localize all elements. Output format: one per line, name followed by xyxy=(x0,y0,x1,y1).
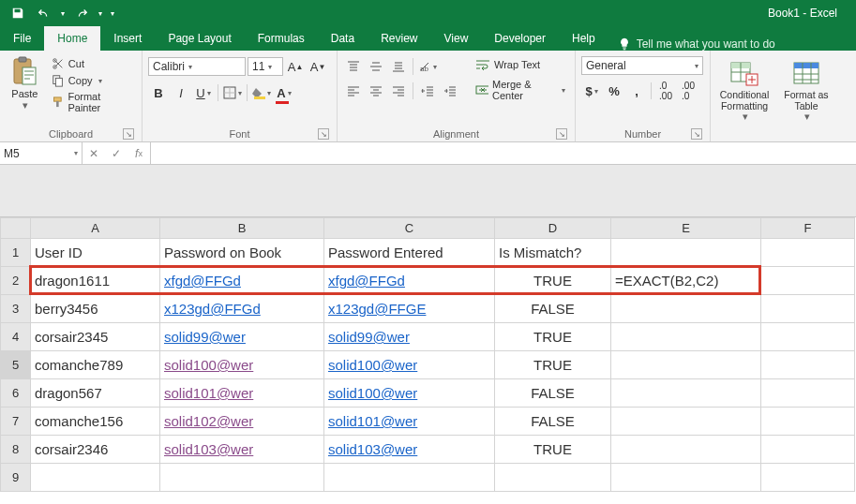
cell-E2[interactable]: =EXACT(B2,C2) xyxy=(611,267,761,295)
italic-button[interactable]: I xyxy=(171,82,191,103)
cell-B3[interactable]: x123gd@FFGd xyxy=(160,295,324,323)
cell-C5[interactable]: solid100@wer xyxy=(324,351,495,379)
cell-F7[interactable] xyxy=(761,408,855,436)
alignment-launcher[interactable]: ↘ xyxy=(556,128,567,140)
cell-F3[interactable] xyxy=(761,295,855,323)
row-header-1[interactable]: 1 xyxy=(1,239,31,267)
font-size-combo[interactable]: 11▾ xyxy=(248,57,283,76)
tab-page-layout[interactable]: Page Layout xyxy=(155,26,244,51)
percent-format-button[interactable]: % xyxy=(604,81,624,101)
cell-link[interactable]: solid99@wer xyxy=(164,329,246,345)
cell-link[interactable]: solid103@wer xyxy=(328,441,417,457)
cell-A8[interactable]: corsair2346 xyxy=(31,436,160,464)
row-header-2[interactable]: 2 xyxy=(1,267,31,295)
cell-A3[interactable]: berry3456 xyxy=(31,295,160,323)
decrease-font-button[interactable]: A▼ xyxy=(308,56,328,77)
cell-C1[interactable]: Password Entered xyxy=(324,239,495,267)
row-header-7[interactable]: 7 xyxy=(1,408,31,436)
decrease-indent-button[interactable] xyxy=(417,81,438,101)
redo-button[interactable] xyxy=(69,3,94,23)
row-header-8[interactable]: 8 xyxy=(1,436,31,464)
col-header-A[interactable]: A xyxy=(31,218,160,239)
save-button[interactable] xyxy=(6,3,30,23)
cell-B2[interactable]: xfgd@FFGd xyxy=(160,267,324,295)
comma-format-button[interactable]: , xyxy=(626,81,647,101)
format-as-table-button[interactable]: Format as Table▾ xyxy=(778,54,834,125)
copy-button[interactable]: Copy▾ xyxy=(50,73,136,88)
cell-E7[interactable] xyxy=(611,408,761,436)
cell-A7[interactable]: comanche156 xyxy=(31,408,160,436)
cell-B6[interactable]: solid101@wer xyxy=(160,379,324,408)
cell-D2[interactable]: TRUE xyxy=(495,267,611,295)
tab-file[interactable]: File xyxy=(0,26,44,51)
cell-C4[interactable]: solid99@wer xyxy=(324,323,495,351)
formula-bar[interactable] xyxy=(151,142,856,164)
cell-D4[interactable]: TRUE xyxy=(495,323,611,351)
cell-C8[interactable]: solid103@wer xyxy=(324,436,495,464)
tab-developer[interactable]: Developer xyxy=(481,26,559,51)
name-box[interactable]: M5 ▾ xyxy=(0,142,83,164)
paste-button[interactable]: Paste ▾ xyxy=(6,54,44,126)
row-header-6[interactable]: 6 xyxy=(1,379,31,408)
cell-B4[interactable]: solid99@wer xyxy=(160,323,324,351)
align-left-button[interactable] xyxy=(343,81,364,101)
cell-F9[interactable] xyxy=(761,464,855,492)
tab-data[interactable]: Data xyxy=(318,26,368,51)
borders-button[interactable]: ▾ xyxy=(222,82,243,103)
bold-button[interactable]: B xyxy=(148,82,169,103)
cell-D1[interactable]: Is Mismatch? xyxy=(495,239,611,267)
cell-link[interactable]: x123gd@FFGd xyxy=(164,301,261,317)
number-launcher[interactable]: ↘ xyxy=(691,128,702,140)
tab-home[interactable]: Home xyxy=(44,26,100,51)
tell-me-search[interactable]: Tell me what you want to do xyxy=(608,37,785,51)
col-header-E[interactable]: E xyxy=(611,218,761,239)
cell-B7[interactable]: solid102@wer xyxy=(160,408,324,436)
cell-E5[interactable] xyxy=(611,351,761,379)
cell-C7[interactable]: solid101@wer xyxy=(324,408,495,436)
increase-decimal-button[interactable]: .0.00 xyxy=(655,81,676,101)
font-launcher[interactable]: ↘ xyxy=(318,128,329,140)
cell-A2[interactable]: dragon1611 xyxy=(31,267,160,295)
cell-link[interactable]: x123gd@FFGE xyxy=(328,301,426,317)
font-color-button[interactable]: A▾ xyxy=(274,82,294,103)
cell-A5[interactable]: comanche789 xyxy=(31,351,160,379)
col-header-C[interactable]: C xyxy=(324,218,495,239)
cell-link[interactable]: solid101@wer xyxy=(328,413,417,429)
cell-D3[interactable]: FALSE xyxy=(495,295,611,323)
cut-button[interactable]: Cut xyxy=(50,56,136,71)
cell-link[interactable]: xfgd@FFGd xyxy=(164,273,241,289)
align-top-button[interactable] xyxy=(343,56,364,77)
orientation-button[interactable]: ab▾ xyxy=(417,56,438,77)
cell-A6[interactable]: dragon567 xyxy=(31,379,160,408)
col-header-F[interactable]: F xyxy=(761,218,855,239)
cell-C9[interactable] xyxy=(324,464,495,492)
format-painter-button[interactable]: Format Painter xyxy=(50,90,136,114)
fill-color-button[interactable]: ▾ xyxy=(251,82,272,103)
cell-F5[interactable] xyxy=(761,351,855,379)
clipboard-launcher[interactable]: ↘ xyxy=(123,128,134,140)
tab-view[interactable]: View xyxy=(431,26,482,51)
cell-A9[interactable] xyxy=(31,464,160,492)
cell-F6[interactable] xyxy=(761,379,855,408)
number-format-combo[interactable]: General▾ xyxy=(581,56,703,75)
font-name-combo[interactable]: Calibri▾ xyxy=(148,57,246,76)
decrease-decimal-button[interactable]: .00.0 xyxy=(678,81,698,101)
increase-indent-button[interactable] xyxy=(440,81,460,101)
cell-link[interactable]: xfgd@FFGd xyxy=(328,273,405,289)
increase-font-button[interactable]: A▲ xyxy=(285,56,306,77)
redo-dropdown[interactable]: ▾ xyxy=(96,3,105,23)
merge-center-button[interactable]: Merge & Center▾ xyxy=(472,77,569,103)
worksheet-grid[interactable]: A B C D E F 1User IDPassword on BookPass… xyxy=(0,217,856,504)
cell-E6[interactable] xyxy=(611,379,761,408)
cancel-formula-button[interactable]: ✕ xyxy=(83,147,105,160)
tab-help[interactable]: Help xyxy=(559,26,608,51)
align-right-button[interactable] xyxy=(388,81,409,101)
cell-D6[interactable]: FALSE xyxy=(495,379,611,408)
tab-review[interactable]: Review xyxy=(368,26,430,51)
cell-E8[interactable] xyxy=(611,436,761,464)
cell-F2[interactable] xyxy=(761,267,855,295)
cell-D7[interactable]: FALSE xyxy=(495,408,611,436)
enter-formula-button[interactable]: ✓ xyxy=(105,147,128,160)
undo-button[interactable] xyxy=(32,3,56,23)
cell-link[interactable]: solid101@wer xyxy=(164,385,253,401)
